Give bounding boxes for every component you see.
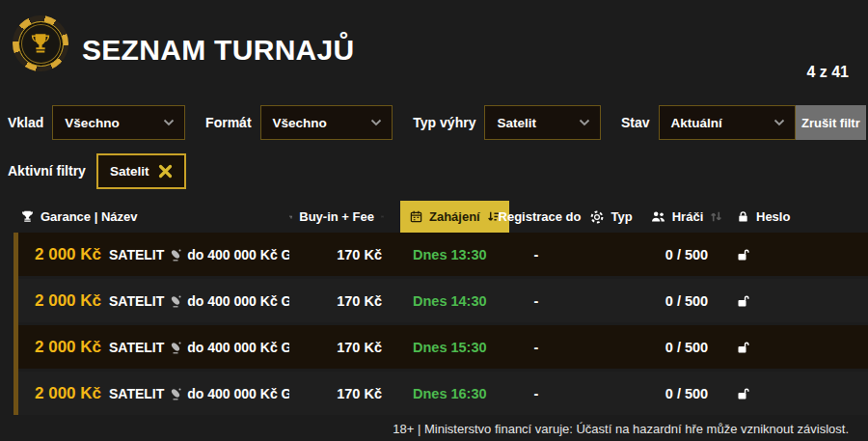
column-registrace-do: Registrace do <box>494 209 579 224</box>
tournament-name: SATELIT do 400 000 Kč GTD (14.... <box>109 340 289 355</box>
tournament-name: SATELIT do 400 000 Kč GTD (14.... <box>109 386 289 401</box>
page-header: SEZNAM TURNAJŮ 4 z 41 <box>0 0 868 85</box>
satellite-icon <box>169 387 182 400</box>
chip-label: Satelit <box>110 164 149 179</box>
unlock-icon <box>737 294 750 308</box>
filter-label-stav: Stav <box>621 115 650 130</box>
filter-label-format: Formát <box>205 115 251 130</box>
stav-select[interactable]: Aktuální <box>659 105 796 140</box>
chevron-down-icon <box>163 119 175 126</box>
filter-label-vklad: Vklad <box>8 115 43 130</box>
players-count: 0 / 500 <box>644 386 729 401</box>
players-count: 0 / 500 <box>644 293 729 309</box>
close-icon[interactable] <box>158 164 173 179</box>
registration-until: - <box>494 340 579 355</box>
calendar-icon <box>410 210 422 223</box>
typ-vyhry-select[interactable]: Satelit <box>484 105 601 140</box>
chevron-down-icon <box>579 119 590 126</box>
buyin-value: 170 Kč <box>289 386 386 401</box>
lock-icon <box>737 210 749 223</box>
satellite-icon <box>169 248 182 262</box>
tournament-name: SATELIT do 400 000 Kč GTD (14.... <box>109 293 289 309</box>
chip-icon <box>590 210 604 224</box>
format-select[interactable]: Všechno <box>260 105 393 140</box>
guarantee-amount: 2 000 Kč <box>35 384 101 403</box>
table-row[interactable]: $ 2 000 Kč SATELIT do 400 000 Kč GTD (14… <box>18 233 868 276</box>
table-row[interactable]: $ 2 000 Kč SATELIT do 400 000 Kč GTD (14… <box>18 372 868 415</box>
filter-bar: Vklad Všechno Formát Všechno Typ výhry S… <box>8 104 868 141</box>
users-icon <box>651 210 665 223</box>
table-row[interactable]: $ 2 000 Kč SATELIT do 400 000 Kč GTD (14… <box>18 325 868 369</box>
buyin-value: 170 Kč <box>289 247 386 262</box>
format-value: Všechno <box>273 116 327 130</box>
gambling-warning: 18+ | Ministerstvo financí varuje: Účast… <box>0 422 868 436</box>
vklad-value: Všechno <box>65 116 119 130</box>
stav-value: Aktuální <box>671 116 722 130</box>
start-time: Dnes 16:30 <box>386 386 494 401</box>
guarantee-amount: 2 000 Kč <box>35 291 101 311</box>
page-title: SEZNAM TURNAJŮ <box>82 34 355 67</box>
table-row[interactable]: $ 2 000 Kč SATELIT do 400 000 Kč GTD (14… <box>18 279 868 322</box>
registration-until: - <box>494 247 579 262</box>
tournament-name: SATELIT do 400 000 Kč GTD (14.... <box>109 247 289 262</box>
chevron-down-icon <box>370 119 382 126</box>
satellite-icon <box>169 341 182 354</box>
column-hraci[interactable]: Hráči <box>644 209 729 224</box>
active-filters-row: Aktivní filtry Satelit <box>8 152 868 189</box>
registration-until: - <box>494 386 579 401</box>
table-header: Garance | Název Buy-in + Fee Zahájení Re… <box>0 201 868 233</box>
sort-arrows-icon <box>710 210 722 223</box>
vklad-select[interactable]: Všechno <box>52 105 185 140</box>
column-buyin-fee[interactable]: Buy-in + Fee <box>289 209 386 224</box>
players-count: 0 / 500 <box>644 247 729 262</box>
buyin-value: 170 Kč <box>289 293 386 309</box>
guarantee-amount: 2 000 Kč <box>35 245 101 264</box>
poker-chip-logo <box>13 15 68 71</box>
typ-vyhry-value: Satelit <box>497 116 536 130</box>
column-garance-nazev: Garance | Název <box>0 209 289 224</box>
registration-until: - <box>494 293 579 309</box>
active-filter-chip-satelit[interactable]: Satelit <box>96 153 187 189</box>
unlock-icon <box>737 387 750 400</box>
column-typ: Typ <box>579 209 644 224</box>
column-heslo: Heslo <box>729 209 868 224</box>
cart-icon <box>289 210 292 224</box>
chevron-down-icon <box>773 119 785 126</box>
column-zahajeni: Zahájení <box>386 201 494 233</box>
trophy-icon <box>21 210 34 223</box>
unlock-icon <box>737 341 750 354</box>
trophy-logo-icon <box>18 21 64 67</box>
start-time: Dnes 14:30 <box>386 293 494 309</box>
players-count: 0 / 500 <box>644 340 729 355</box>
column-zahajeni-sort-active[interactable]: Zahájení <box>400 201 509 233</box>
start-time: Dnes 13:30 <box>386 247 494 262</box>
result-counter: 4 z 41 <box>806 64 849 81</box>
tournament-list: $ 2 000 Kč SATELIT do 400 000 Kč GTD (14… <box>14 233 868 415</box>
guarantee-amount: 2 000 Kč <box>35 338 101 357</box>
active-filters-label: Aktivní filtry <box>8 163 86 179</box>
clear-filter-button[interactable]: Zrušit filtr <box>796 105 866 140</box>
buyin-value: 170 Kč <box>289 340 386 355</box>
sort-arrows-icon <box>381 210 384 223</box>
unlock-icon <box>737 248 750 262</box>
filter-label-typ-vyhry: Typ výhry <box>413 115 475 130</box>
satellite-icon <box>169 294 182 308</box>
start-time: Dnes 15:30 <box>386 340 494 355</box>
